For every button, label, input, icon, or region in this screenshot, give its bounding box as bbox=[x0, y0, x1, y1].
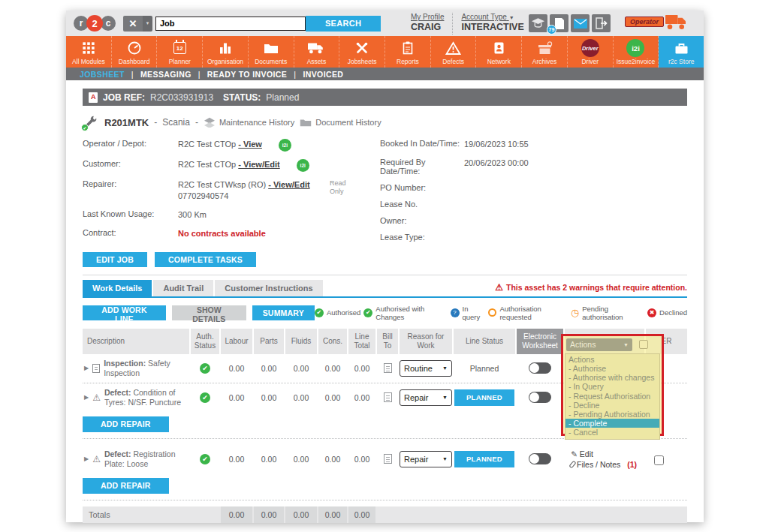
edit-link[interactable]: ✎Edit bbox=[571, 449, 644, 458]
reason-for-work-select[interactable]: Repair▼ bbox=[400, 389, 452, 406]
line-status-cell: PLANNED bbox=[454, 383, 515, 412]
reason-for-work-select[interactable]: Repair▼ bbox=[400, 451, 452, 467]
archive-box-icon bbox=[537, 40, 553, 56]
worksheet-toggle[interactable] bbox=[529, 392, 551, 403]
fluids-cell: 0.00 bbox=[285, 445, 317, 473]
nav-dashboard[interactable]: Dashboard bbox=[112, 36, 158, 68]
add-work-line-button[interactable]: ADD WORK LINE bbox=[83, 305, 166, 320]
subnav-ready-to-invoice[interactable]: READY TO INVOICE bbox=[207, 70, 287, 79]
reason-for-work-select[interactable]: Routine▼ bbox=[400, 360, 452, 377]
training-button[interactable] bbox=[529, 14, 547, 32]
truck-icon bbox=[308, 40, 324, 56]
bill-to-icon[interactable] bbox=[384, 454, 392, 464]
bill-to-icon[interactable] bbox=[384, 363, 392, 373]
crossed-tools-icon bbox=[354, 40, 369, 56]
summary-button[interactable]: SUMMARY bbox=[252, 305, 315, 320]
actions-option-complete[interactable]: - Complete bbox=[565, 419, 659, 428]
actions-option-decline[interactable]: - Decline bbox=[565, 401, 659, 410]
subnav-jobsheet[interactable]: JOBSHEET bbox=[80, 70, 125, 79]
expand-arrow-icon[interactable]: ▶ bbox=[84, 394, 89, 401]
nav-reports[interactable]: Reports bbox=[385, 36, 431, 68]
view-link[interactable]: - View bbox=[238, 140, 262, 149]
totals-spacer bbox=[191, 506, 219, 523]
view-edit-link[interactable]: - View/Edit bbox=[238, 160, 279, 169]
maintenance-history-link[interactable]: Maintenance History bbox=[204, 117, 294, 128]
view-edit-link[interactable]: - View/Edit bbox=[268, 180, 309, 189]
nav-planner[interactable]: 12 Planner bbox=[157, 36, 203, 68]
edit-job-button[interactable]: EDIT JOB bbox=[83, 252, 147, 267]
header-labour: Labour bbox=[221, 329, 252, 354]
worksheet-toggle[interactable] bbox=[529, 362, 551, 374]
row-title: Inspection: Safety Inspection bbox=[104, 359, 188, 377]
pdf-icon[interactable] bbox=[89, 92, 98, 103]
header-bill-to: Bill To bbox=[377, 329, 398, 354]
actions-option-request-authorisation[interactable]: - Request Authorisation bbox=[565, 392, 659, 401]
my-profile-link[interactable]: My Profile bbox=[411, 13, 444, 21]
actions-option-authorise[interactable]: - Authorise bbox=[565, 364, 659, 373]
work-tabs: Work Details Audit Trail Customer Instru… bbox=[83, 280, 687, 298]
check-badge-icon: ✔ bbox=[81, 124, 89, 131]
bill-to-icon[interactable] bbox=[384, 392, 392, 402]
planned-status-button[interactable]: PLANNED bbox=[454, 451, 514, 467]
nav-documents[interactable]: Documents bbox=[249, 36, 294, 68]
worksheet-toggle[interactable] bbox=[529, 453, 551, 464]
subnav-invoiced[interactable]: INVOICED bbox=[303, 70, 343, 79]
nav-issue2invoice[interactable]: i2i Issue2invoice bbox=[614, 36, 659, 68]
tab-customer-instructions[interactable]: Customer Instructions bbox=[215, 280, 322, 296]
document-history-link[interactable]: Document History bbox=[300, 118, 381, 128]
totals-line-total: 0.00 bbox=[348, 506, 375, 523]
field-contract: Contract: No contracts available bbox=[83, 228, 380, 239]
row-select-checkbox[interactable] bbox=[654, 455, 664, 465]
cons-cell: 0.00 bbox=[318, 383, 347, 412]
chevron-down-icon: ▼ bbox=[143, 16, 152, 32]
add-repair-button[interactable]: ADD REPAIR bbox=[83, 478, 169, 494]
nav-label: Dashboard bbox=[119, 58, 150, 65]
add-repair-button[interactable]: ADD REPAIR bbox=[83, 416, 169, 432]
nav-assets[interactable]: Assets bbox=[294, 36, 340, 68]
actions-option-pending-authorisation[interactable]: - Pending Authorisation bbox=[565, 410, 659, 419]
tab-work-details[interactable]: Work Details bbox=[83, 280, 152, 296]
job-status-value: Planned bbox=[266, 92, 299, 103]
parts-cell: 0.00 bbox=[254, 383, 284, 412]
search-input[interactable] bbox=[155, 17, 306, 31]
notifications-button[interactable]: 79 bbox=[550, 14, 568, 32]
defect-warning-icon: ⚠ bbox=[92, 392, 101, 403]
subnav-messaging[interactable]: MESSAGING bbox=[140, 70, 191, 79]
show-details-button[interactable]: SHOW DETAILS bbox=[172, 305, 246, 320]
header-fluids: Fluids bbox=[285, 329, 317, 354]
inspection-icon bbox=[92, 364, 100, 373]
field-lease-no: Lease No. bbox=[380, 200, 687, 209]
nav-jobsheets[interactable]: Jobsheets bbox=[339, 36, 385, 68]
messages-button[interactable] bbox=[571, 14, 590, 32]
expand-arrow-icon[interactable]: ▶ bbox=[84, 365, 89, 371]
search-type-selector[interactable]: ✕ ▼ bbox=[123, 16, 152, 32]
select-all-checkbox[interactable] bbox=[639, 340, 648, 349]
actions-option-in-query[interactable]: - In Query bbox=[565, 382, 659, 391]
actions-option[interactable]: Actions bbox=[565, 355, 659, 364]
nav-organisation[interactable]: Organisation bbox=[203, 36, 249, 68]
nav-network[interactable]: Network bbox=[476, 36, 522, 68]
read-only-note: Read Only bbox=[330, 179, 351, 202]
notification-count-badge: 79 bbox=[547, 25, 556, 35]
tab-audit-trail[interactable]: Audit Trail bbox=[153, 280, 213, 296]
actions-select[interactable]: Actions▼ bbox=[566, 338, 632, 351]
files-notes-link[interactable]: Files / Notes (1) bbox=[571, 460, 644, 469]
actions-option-cancel[interactable]: - Cancel bbox=[565, 428, 659, 437]
nav-label: Organisation bbox=[207, 58, 243, 65]
complete-tasks-button[interactable]: COMPLETE TASKS bbox=[155, 252, 256, 267]
account-type-link[interactable]: Account Type ▼ bbox=[461, 13, 514, 21]
logout-button[interactable] bbox=[592, 14, 611, 32]
nav-driver[interactable]: Driver Driver bbox=[568, 36, 614, 68]
nav-all-modules[interactable]: All Modules bbox=[66, 36, 112, 68]
row-description: ▶ Inspection: Safety Inspection bbox=[83, 354, 189, 383]
my-profile-block: My Profile CRAIG bbox=[403, 13, 452, 35]
nav-defects[interactable]: Defects bbox=[431, 36, 477, 68]
operator-mode-button[interactable]: Operator bbox=[625, 13, 688, 31]
search-button[interactable]: SEARCH bbox=[306, 16, 381, 32]
warning-triangle-icon bbox=[445, 40, 461, 56]
expand-arrow-icon[interactable]: ▶ bbox=[84, 455, 89, 462]
planned-status-button[interactable]: PLANNED bbox=[454, 389, 514, 406]
nav-archives[interactable]: Archives bbox=[522, 36, 568, 68]
nav-r2c-store[interactable]: r2c Store bbox=[659, 36, 704, 68]
actions-option-authorise-with-changes[interactable]: - Authorise with changes bbox=[565, 373, 659, 382]
